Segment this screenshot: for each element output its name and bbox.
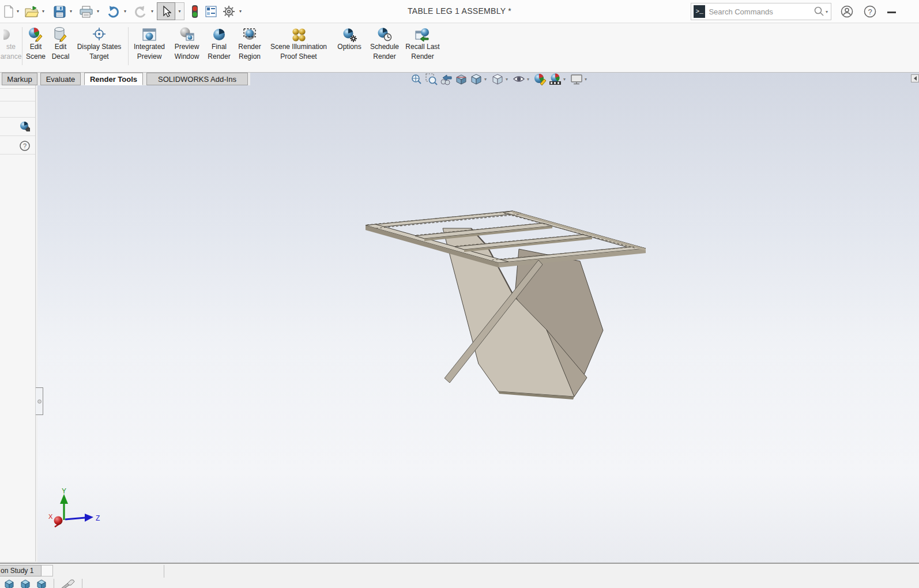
- redo-icon: [133, 5, 147, 18]
- ribbon-edit-scene-button[interactable]: Edit Scene: [25, 26, 46, 62]
- display-list-icon: [205, 6, 217, 17]
- ribbon-paste-appearance-button: ste arance: [0, 26, 22, 62]
- collapse-arrow-icon: [914, 76, 917, 81]
- integrated-preview-icon: [142, 27, 157, 42]
- help-icon[interactable]: ?: [864, 5, 876, 18]
- view-orientation-button[interactable]: [469, 72, 483, 86]
- ribbon-final-render-button[interactable]: Final Render: [205, 26, 233, 62]
- panel-divider: [0, 88, 35, 89]
- panel-divider: [0, 135, 35, 136]
- motion-manager-bar: on Study 1: [0, 563, 919, 588]
- section-view-button[interactable]: [454, 72, 468, 86]
- save-dropdown[interactable]: ▾: [68, 9, 74, 14]
- redo-button[interactable]: [133, 5, 147, 18]
- print-icon: [80, 6, 93, 18]
- feature-manager-panel: ?: [0, 85, 36, 561]
- render-options-icon: [342, 27, 357, 42]
- search-icon[interactable]: [813, 6, 824, 17]
- view-traffic-light-button[interactable]: [188, 5, 202, 18]
- triad-y-label: Y: [62, 487, 66, 495]
- view-orientation-dropdown[interactable]: ▾: [484, 77, 489, 82]
- ribbon-options-button[interactable]: Options: [334, 26, 364, 52]
- hide-show-items-button[interactable]: [512, 72, 526, 86]
- new-document-dropdown[interactable]: ▾: [15, 9, 21, 14]
- ribbon-edit-decal-button[interactable]: Edit Decal: [50, 26, 71, 62]
- triad-x-label: X: [48, 513, 53, 520]
- zoom-to-area-icon: [425, 73, 438, 85]
- view-settings-dropdown[interactable]: ▾: [585, 77, 590, 82]
- ribbon-integrated-preview-button[interactable]: Integrated Preview: [131, 26, 168, 62]
- save-icon: [54, 6, 66, 18]
- edit-appearance-icon: [533, 73, 547, 85]
- new-document-icon: [3, 5, 14, 18]
- panel-divider: [0, 154, 35, 154]
- section-view-icon: [454, 73, 468, 85]
- render-options-panel-icon[interactable]: [20, 121, 30, 131]
- minimize-button[interactable]: [887, 12, 896, 13]
- search-commands-box[interactable]: >_ ▾: [691, 3, 831, 20]
- display-style-dropdown[interactable]: ▾: [506, 77, 511, 82]
- zoom-to-area-button[interactable]: [424, 72, 438, 86]
- tab-solidworks-add-ins[interactable]: SOLIDWORKS Add-Ins: [146, 73, 248, 85]
- settings-gear-icon: [223, 5, 235, 18]
- print-button[interactable]: [79, 5, 93, 18]
- triad-z-label: Z: [96, 514, 100, 522]
- panel-divider: [0, 117, 35, 118]
- render-region-icon: [242, 27, 258, 42]
- model-cube-icon[interactable]: [20, 579, 31, 588]
- traffic-light-icon: [191, 5, 198, 18]
- tool-screwdriver-icon[interactable]: [61, 579, 76, 588]
- view-settings-monitor-icon: [570, 73, 583, 85]
- recall-last-render-icon: [415, 27, 431, 42]
- display-pane-button[interactable]: [204, 5, 218, 18]
- settings-dropdown[interactable]: ▾: [238, 9, 243, 14]
- paste-appearance-icon: [3, 27, 18, 42]
- motion-tab-stub: [42, 565, 53, 576]
- zoom-to-fit-button[interactable]: [409, 72, 423, 86]
- edit-scene-icon: [28, 27, 44, 42]
- save-button[interactable]: [52, 5, 66, 18]
- solidworks-window: ▾ ▾ ▾ ▾ ▾ ▾ ▾: [0, 0, 919, 588]
- settings-button[interactable]: [222, 5, 236, 18]
- hide-show-dropdown[interactable]: ▾: [527, 77, 532, 82]
- window-title: TABLE LEG 1 ASSEMBLY *: [408, 6, 511, 16]
- motion-study-tab[interactable]: on Study 1: [0, 565, 42, 576]
- redo-dropdown[interactable]: ▾: [149, 9, 155, 14]
- ribbon-display-states-target-button[interactable]: Display States Target: [75, 26, 123, 62]
- select-tool-dropdown[interactable]: ▾: [175, 2, 184, 20]
- previous-view-button[interactable]: [439, 72, 453, 86]
- model-cube-icon[interactable]: [36, 579, 47, 588]
- edit-decal-icon: [52, 27, 69, 42]
- tab-evaluate[interactable]: Evaluate: [40, 73, 81, 85]
- graphics-viewport[interactable]: Y Z X: [37, 73, 919, 563]
- collapse-pane-button[interactable]: [911, 74, 919, 82]
- view-orientation-icon: [469, 73, 483, 85]
- open-button[interactable]: [25, 5, 39, 18]
- select-tool-button[interactable]: [157, 2, 175, 20]
- print-dropdown[interactable]: ▾: [95, 9, 101, 14]
- ribbon-schedule-render-button[interactable]: Schedule Render: [367, 26, 402, 62]
- edit-appearance-button[interactable]: [533, 72, 547, 86]
- user-account-icon[interactable]: [841, 5, 853, 18]
- apply-scene-button[interactable]: [548, 72, 562, 86]
- new-document-button[interactable]: [2, 5, 16, 18]
- title-bar: ▾ ▾ ▾ ▾ ▾ ▾ ▾: [0, 0, 919, 23]
- model-cube-icon[interactable]: [3, 579, 15, 588]
- search-dropdown[interactable]: ▾: [826, 9, 828, 14]
- ribbon-recall-last-render-button[interactable]: Recall Last Render: [404, 26, 442, 62]
- view-settings-button[interactable]: [570, 72, 583, 86]
- tab-render-tools[interactable]: Render Tools: [84, 73, 143, 85]
- ribbon-render-region-button[interactable]: Render Region: [235, 26, 264, 62]
- apply-scene-dropdown[interactable]: ▾: [563, 77, 568, 82]
- undo-button[interactable]: [107, 5, 120, 18]
- display-style-button[interactable]: [491, 72, 504, 86]
- search-input[interactable]: [705, 7, 813, 16]
- panel-help-icon[interactable]: ?: [20, 141, 30, 151]
- tab-markup[interactable]: Markup: [2, 73, 37, 85]
- ribbon-scene-illumination-proof-sheet-button[interactable]: Scene Illumination Proof Sheet: [265, 26, 333, 62]
- undo-dropdown[interactable]: ▾: [122, 9, 128, 14]
- panel-flyout-handle[interactable]: [36, 387, 43, 415]
- ribbon-preview-window-button[interactable]: Preview Window: [170, 26, 204, 62]
- motion-toolbar-separator: [54, 579, 54, 588]
- open-dropdown[interactable]: ▾: [40, 9, 46, 14]
